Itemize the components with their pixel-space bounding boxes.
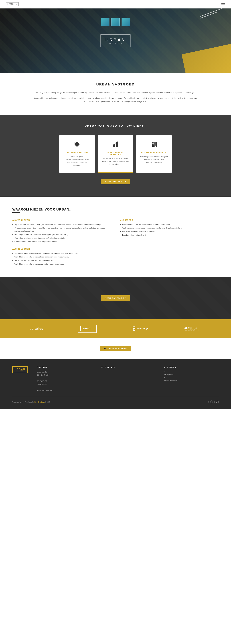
why-title: WAAROM KIEZEN VOOR URBAN... <box>12 208 219 212</box>
footer-address-1: Veraartlaan 12 <box>37 370 91 374</box>
hamburger-line-2 <box>222 4 225 4</box>
svg-rect-13 <box>155 143 155 144</box>
about-paragraph-1: Als vastgoedspecialist op het gebied van… <box>31 91 200 94</box>
footer-logo-main: URBAN <box>14 368 26 370</box>
footer-algemeen-list: Privacybeleid Woning aanmelden <box>164 370 219 382</box>
header: URBAN VASTGOED <box>0 0 231 8</box>
header-logo: URBAN VASTGOED <box>6 2 18 6</box>
instagram-follow-button[interactable]: 📷 Volgen op Instagram <box>100 346 131 351</box>
why-belegger-title: ALS BELEGGER <box>12 248 111 250</box>
building-icon <box>140 141 168 149</box>
why-grid: ALS VERKOPER Wij zorgen voor complete on… <box>12 219 219 266</box>
svg-rect-8 <box>152 145 152 146</box>
footer-address-2: 2288 GM Rijswijk <box>37 374 91 377</box>
hamburger-menu[interactable] <box>222 3 225 6</box>
chart-icon <box>102 141 129 149</box>
footer-privacy-link[interactable]: Privacybeleid <box>164 370 219 376</box>
svg-text:Anywhere: Anywhere <box>188 329 199 331</box>
partner-funda: funda <box>78 325 97 333</box>
svg-rect-9 <box>153 145 154 146</box>
svg-rect-7 <box>152 144 154 145</box>
footer-grid: URBAN VASTGOED CONTACT Veraartlaan 12 22… <box>12 366 219 392</box>
header-logo-main: URBAN <box>8 3 17 4</box>
why-belegger-item-2: We hebben goede relaties met de beste aa… <box>12 256 111 258</box>
svg-rect-16 <box>156 144 156 145</box>
partner-pararius: pararius <box>30 327 43 330</box>
why-verkoper-list: Wij zorgen voor complete ontzorging en s… <box>12 223 111 243</box>
about-paragraph-2: Ons doel is om zowel verkopers, kopers e… <box>31 97 200 103</box>
instagram-icon: 📷 <box>104 348 106 350</box>
social-section: 📷 Volgen op Instagram <box>0 338 231 359</box>
why-verkoper-item-5: Grootste netwerk aan investeerders en pa… <box>12 240 111 243</box>
partner-housing: Housing Anywhere <box>183 326 201 332</box>
footer-logo: URBAN VASTGOED <box>12 366 28 373</box>
why-col-koper: ALS KOPER We werken out of the box en we… <box>120 219 219 266</box>
why-verkoper-item-2: Persoonlijke aandacht – Ons vriendelijke… <box>12 226 111 233</box>
footer-logo-box: URBAN VASTGOED <box>12 366 28 373</box>
why-verkoper-item-3: U ontvangt van ons altijd netjes een ter… <box>12 233 111 236</box>
why-verkoper-title: ALS VERKOPER <box>12 219 111 221</box>
services-cta-button[interactable]: NEEM CONTACT OP <box>101 179 130 184</box>
footer-woning-link[interactable]: Woning aanmelden <box>164 376 219 382</box>
hero-logo-sub: VASTGOED <box>105 42 126 44</box>
svg-point-0 <box>75 142 76 143</box>
why-belegger-item-3: We zijn altijd op zoek naar het maximale… <box>12 259 111 262</box>
svg-rect-5 <box>112 146 119 146</box>
svg-rect-2 <box>114 144 115 147</box>
footer-phone-1: 070 20 42 425 <box>37 380 91 383</box>
footer-bottom: Urban Vastgoed | Developed by Red Creati… <box>12 397 219 404</box>
services-cards: VASTGOED VERKOPEN Door ons grote investe… <box>9 135 222 173</box>
svg-text:Huurwoningen: Huurwoningen <box>132 328 148 330</box>
footer-copyright: Urban Vastgoed | Developed by Red Creati… <box>12 401 50 403</box>
footer-col-contact: CONTACT Veraartlaan 12 2288 GM Rijswijk … <box>37 366 91 392</box>
service-card-verkopen: VASTGOED VERKOPEN Door ons grote investe… <box>59 135 95 173</box>
tag-icon <box>63 141 91 149</box>
about-title: URBAN VASTGOED <box>31 82 200 86</box>
why-koper-item-2: Werk met aankoopmakelairs die nauw samen… <box>120 226 219 230</box>
footer-social-title: VOLG ONS OP <box>100 366 155 368</box>
why-belegger-list: Aankoopmakelaar, verhuurmakelaar, beheer… <box>12 252 111 266</box>
svg-rect-14 <box>156 143 156 144</box>
hamburger-line-1 <box>222 3 225 4</box>
facebook-icon[interactable]: f <box>208 400 212 404</box>
why-koper-list: We werken out of the box en weten hoe de… <box>120 223 219 237</box>
footer-col-social: VOLG ONS OP <box>100 366 155 370</box>
services-section: URBAN VASTGOED TOT UW DIENST VASTGOED VE… <box>0 115 231 197</box>
why-col-verkoper: ALS VERKOPER Wij zorgen voor complete on… <box>12 219 111 266</box>
footer-contact-title: CONTACT <box>37 366 91 368</box>
why-koper-title: ALS KOPER <box>120 219 219 221</box>
svg-rect-23 <box>185 328 187 330</box>
services-title: URBAN VASTGOED TOT UW DIENST <box>9 124 222 127</box>
service-card-investeren: INVESTEREN IN VASTGOED Wij begeleiden u … <box>98 135 133 173</box>
services-divider <box>111 129 120 129</box>
instagram-follow-label: Volgen op Instagram <box>108 348 127 349</box>
footer: URBAN VASTGOED CONTACT Veraartlaan 12 22… <box>0 359 231 409</box>
why-belegger-item-1: Aankoopmakelaar, verhuurmakelaar, beheer… <box>12 252 111 255</box>
service-card-adviseren: ADVISEREN IN VASTGOED Persoonlijk advies… <box>136 135 172 173</box>
footer-spacer-2 <box>37 386 91 389</box>
instagram-icon[interactable]: ● <box>214 400 219 404</box>
svg-rect-12 <box>156 142 156 143</box>
cta-dark-button[interactable]: NEEM CONTACT OP <box>101 295 130 301</box>
partners-section: pararius funda @ Huurwoningen Housing An… <box>0 320 231 338</box>
svg-rect-17 <box>155 146 156 147</box>
why-verkoper-item-1: Wij zorgen voor complete ontzorging en s… <box>12 223 111 226</box>
card-1-desc: Door ons grote investeerdersnetwerk hebb… <box>63 155 91 167</box>
footer-algemeen-title: ALGEMEEN <box>164 366 219 368</box>
why-underline <box>12 212 20 213</box>
footer-email[interactable]: info@urban-vastgoed.nl <box>37 389 91 392</box>
svg-rect-11 <box>155 142 155 143</box>
card-3-title: ADVISEREN IN VASTGOED <box>140 152 168 154</box>
svg-rect-15 <box>155 144 155 145</box>
why-verkoper-item-4: Maximale promotie van uw pand middels pr… <box>12 237 111 240</box>
svg-rect-3 <box>116 143 116 147</box>
why-koper-item-1: We werken out of the box en weten hoe de… <box>120 223 219 226</box>
footer-phone-2: 06 24 12 95 45 <box>37 383 91 386</box>
hero-lines <box>200 15 219 27</box>
hero-window-1 <box>101 18 110 26</box>
svg-text:Housing: Housing <box>188 327 197 329</box>
why-koper-item-4: Ervaring met de vastgoedmarkt. <box>120 234 219 237</box>
footer-social-icons: f ● <box>208 400 219 404</box>
footer-col-algemeen: ALGEMEEN Privacybeleid Woning aanmelden <box>164 366 219 382</box>
card-2-desc: Wij begeleiden u bij het vinden en aanko… <box>102 157 129 166</box>
